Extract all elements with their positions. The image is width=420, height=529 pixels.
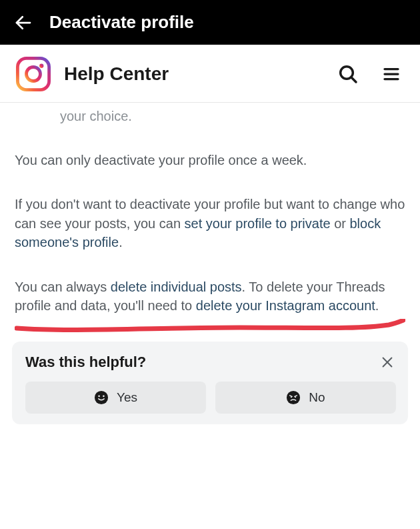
feedback-close-button[interactable] [380,355,396,370]
text-segment: or [331,216,350,231]
svg-point-3 [39,64,43,68]
svg-rect-1 [17,58,49,89]
feedback-yes-button[interactable]: Yes [25,382,206,414]
hamburger-menu-icon [381,64,401,84]
feedback-buttons: Yes No [25,382,396,414]
yes-label: Yes [117,390,137,405]
app-top-bar: Deactivate profile [0,0,420,45]
svg-point-11 [95,391,108,404]
angry-face-icon [286,390,301,405]
svg-point-14 [287,391,300,404]
text-segment: You can only deactivate your profile onc… [15,153,307,167]
link-set-private[interactable]: set your profile to private [185,216,331,231]
no-label: No [309,390,325,405]
back-arrow-icon [13,13,33,33]
svg-point-13 [103,396,105,398]
text-segment: You can always [15,280,111,294]
help-center-title: Help Center [64,63,325,85]
text-segment: . [375,298,379,313]
feedback-card: Was this helpful? Yes [12,342,408,424]
truncated-prev-text: your choice. [15,103,405,125]
link-delete-posts[interactable]: delete individual posts [111,280,242,294]
happy-face-icon [94,390,109,405]
svg-point-2 [27,67,41,81]
header-actions [337,63,401,85]
feedback-header: Was this helpful? [25,354,396,371]
feedback-no-button[interactable]: No [215,382,396,414]
menu-button[interactable] [381,64,401,84]
svg-point-15 [291,397,292,398]
svg-point-12 [98,396,100,398]
feedback-title: Was this helpful? [25,354,146,371]
svg-point-16 [295,397,296,398]
paragraph-frequency: You can only deactivate your profile onc… [15,151,405,169]
red-underline-annotation-icon [15,319,405,335]
svg-line-5 [351,77,356,82]
page-title: Deactivate profile [49,12,194,33]
search-icon [337,63,359,85]
article-content: your choice. You can only deactivate you… [0,103,420,338]
back-button[interactable] [13,13,33,33]
paragraph-privacy: If you don't want to deactivate your pro… [15,195,405,251]
text-segment: . [119,235,123,249]
link-delete-instagram[interactable]: delete your Instagram account [196,298,375,313]
paragraph-delete: You can always delete individual posts. … [15,278,405,316]
close-icon [380,355,395,370]
search-button[interactable] [337,63,359,85]
help-center-header: Help Center [0,45,420,103]
instagram-logo-icon [15,55,52,93]
